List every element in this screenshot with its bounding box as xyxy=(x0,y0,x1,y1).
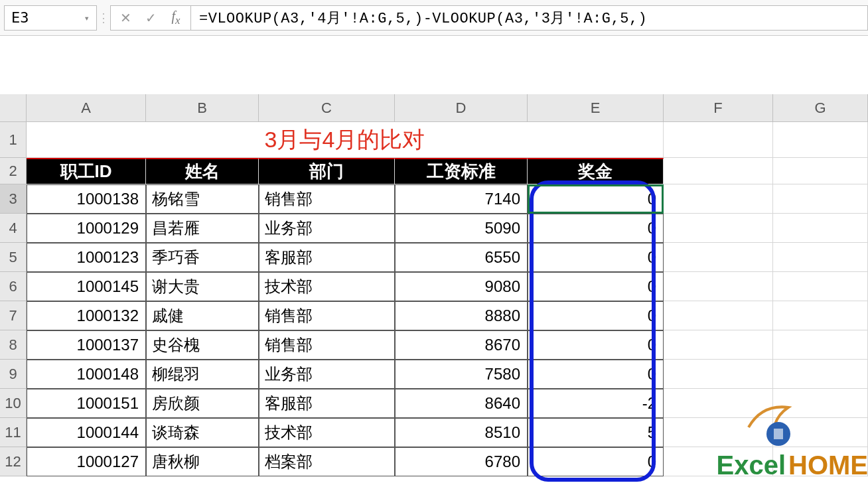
cell-G5[interactable] xyxy=(773,243,868,272)
row-header-6[interactable]: 6 xyxy=(0,272,27,301)
cell-E8[interactable]: 0 xyxy=(528,330,664,360)
cell-E10[interactable]: -2 xyxy=(528,389,664,418)
chevron-down-icon[interactable]: ▾ xyxy=(84,13,90,23)
cell-B9[interactable]: 柳绲羽 xyxy=(146,360,259,389)
cell-B5[interactable]: 季巧香 xyxy=(146,243,259,272)
cell-G4[interactable] xyxy=(773,214,868,243)
col-header-B[interactable]: B xyxy=(146,94,259,122)
cell-B8[interactable]: 史谷槐 xyxy=(146,330,259,360)
row-header-7[interactable]: 7 xyxy=(0,301,27,330)
cell-C10[interactable]: 客服部 xyxy=(259,389,395,418)
cell-B12[interactable]: 唐秋柳 xyxy=(146,447,259,476)
cell-E4[interactable]: 0 xyxy=(528,214,664,243)
cell-C6[interactable]: 技术部 xyxy=(259,272,395,301)
cell-D8[interactable]: 8670 xyxy=(395,330,528,360)
hdr-dept[interactable]: 部门 xyxy=(259,158,395,184)
cell-C4[interactable]: 业务部 xyxy=(259,214,395,243)
cell-A10[interactable]: 1000151 xyxy=(27,389,146,418)
cell-F8[interactable] xyxy=(664,330,773,360)
col-header-C[interactable]: C xyxy=(259,94,395,122)
cancel-icon[interactable]: ✕ xyxy=(119,10,132,26)
cell-C9[interactable]: 业务部 xyxy=(259,360,395,389)
cell-F4[interactable] xyxy=(664,214,773,243)
col-header-G[interactable]: G xyxy=(773,94,868,122)
title-cell[interactable]: 3月与4月的比对 xyxy=(27,122,664,158)
cell-E3[interactable]: 0 xyxy=(528,184,664,214)
cell-A6[interactable]: 1000145 xyxy=(27,272,146,301)
cell-D4[interactable]: 5090 xyxy=(395,214,528,243)
cell-D9[interactable]: 7580 xyxy=(395,360,528,389)
cell-B7[interactable]: 戚健 xyxy=(146,301,259,330)
select-all-corner[interactable] xyxy=(0,94,27,122)
row-header-2[interactable]: 2 xyxy=(0,158,27,184)
row-header-11[interactable]: 11 xyxy=(0,418,27,447)
col-header-D[interactable]: D xyxy=(395,94,528,122)
cell-G2[interactable] xyxy=(773,158,868,184)
cell-G7[interactable] xyxy=(773,301,868,330)
cell-B4[interactable]: 昌若雁 xyxy=(146,214,259,243)
cell-A4[interactable]: 1000129 xyxy=(27,214,146,243)
row-header-12[interactable]: 12 xyxy=(0,447,27,476)
cell-A3[interactable]: 1000138 xyxy=(27,184,146,214)
cell-A11[interactable]: 1000144 xyxy=(27,418,146,447)
cell-D11[interactable]: 8510 xyxy=(395,418,528,447)
col-header-E[interactable]: E xyxy=(528,94,664,122)
cell-B10[interactable]: 房欣颜 xyxy=(146,389,259,418)
cell-F7[interactable] xyxy=(664,301,773,330)
cell-D7[interactable]: 8880 xyxy=(395,301,528,330)
col-header-A[interactable]: A xyxy=(27,94,146,122)
row-header-5[interactable]: 5 xyxy=(0,243,27,272)
cell-G3[interactable] xyxy=(773,184,868,214)
cell-E6[interactable]: 0 xyxy=(528,272,664,301)
hdr-salary[interactable]: 工资标准 xyxy=(395,158,528,184)
formula-input[interactable]: =VLOOKUP(A3,'4月'!A:G,5,)-VLOOKUP(A3,'3月'… xyxy=(190,5,868,31)
cell-C7[interactable]: 销售部 xyxy=(259,301,395,330)
cell-C3[interactable]: 销售部 xyxy=(259,184,395,214)
cell-C5[interactable]: 客服部 xyxy=(259,243,395,272)
cell-G8[interactable] xyxy=(773,330,868,360)
cell-E7[interactable]: 0 xyxy=(528,301,664,330)
name-box[interactable]: E3 ▾ xyxy=(4,5,97,31)
cell-D6[interactable]: 9080 xyxy=(395,272,528,301)
cell-G1[interactable] xyxy=(773,122,868,158)
cell-A7[interactable]: 1000132 xyxy=(27,301,146,330)
cell-G9[interactable] xyxy=(773,360,868,389)
col-header-F[interactable]: F xyxy=(664,94,773,122)
cell-E5[interactable]: 0 xyxy=(528,243,664,272)
row-header-9[interactable]: 9 xyxy=(0,360,27,389)
cell-A8[interactable]: 1000137 xyxy=(27,330,146,360)
cell-F5[interactable] xyxy=(664,243,773,272)
row-header-1[interactable]: 1 xyxy=(0,122,27,158)
row-header-10[interactable]: 10 xyxy=(0,389,27,418)
cell-E11[interactable]: 5 xyxy=(528,418,664,447)
cell-C8[interactable]: 销售部 xyxy=(259,330,395,360)
cell-A12[interactable]: 1000127 xyxy=(27,447,146,476)
cell-D10[interactable]: 8640 xyxy=(395,389,528,418)
cell-C12[interactable]: 档案部 xyxy=(259,447,395,476)
cell-F1[interactable] xyxy=(664,122,773,158)
cell-F2[interactable] xyxy=(664,158,773,184)
cell-D3[interactable]: 7140 xyxy=(395,184,528,214)
row-header-8[interactable]: 8 xyxy=(0,330,27,360)
cell-G6[interactable] xyxy=(773,272,868,301)
hdr-bonus[interactable]: 奖金 xyxy=(528,158,664,184)
cell-B6[interactable]: 谢大贵 xyxy=(146,272,259,301)
fx-icon[interactable]: fx xyxy=(169,9,182,27)
row-header-3[interactable]: 3 xyxy=(0,184,27,214)
cell-A9[interactable]: 1000148 xyxy=(27,360,146,389)
cell-C11[interactable]: 技术部 xyxy=(259,418,395,447)
cell-D12[interactable]: 6780 xyxy=(395,447,528,476)
cell-F6[interactable] xyxy=(664,272,773,301)
hdr-name[interactable]: 姓名 xyxy=(146,158,259,184)
cell-E12[interactable]: 0 xyxy=(528,447,664,476)
cell-B11[interactable]: 谈琦森 xyxy=(146,418,259,447)
cell-E9[interactable]: 0 xyxy=(528,360,664,389)
cell-D5[interactable]: 6550 xyxy=(395,243,528,272)
cell-F3[interactable] xyxy=(664,184,773,214)
cell-A5[interactable]: 1000123 xyxy=(27,243,146,272)
hdr-id[interactable]: 职工ID xyxy=(27,158,146,184)
row-header-4[interactable]: 4 xyxy=(0,214,27,243)
cell-F9[interactable] xyxy=(664,360,773,389)
spreadsheet-grid[interactable]: A B C D E F G 1 3月与4月的比对 2 职工ID 姓名 部门 工资… xyxy=(0,94,868,476)
cell-B3[interactable]: 杨铭雪 xyxy=(146,184,259,214)
